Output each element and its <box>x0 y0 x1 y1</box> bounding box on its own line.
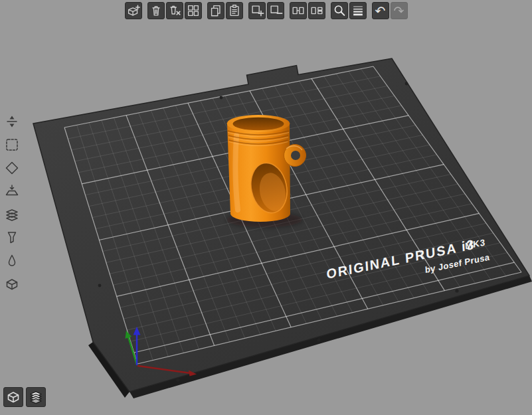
split-parts-button[interactable] <box>308 2 325 19</box>
paste-button[interactable] <box>226 2 243 19</box>
delete-icon <box>149 3 163 18</box>
search-button[interactable] <box>331 2 348 19</box>
rotate-button[interactable] <box>2 158 22 178</box>
delete-all-icon <box>167 3 182 18</box>
undo-button[interactable]: ↶ <box>372 2 389 19</box>
editor-3d-button[interactable] <box>3 387 23 407</box>
arrange-icon <box>186 3 201 18</box>
undo-icon: ↶ <box>375 5 386 17</box>
model-highlight <box>235 135 238 210</box>
delete-button[interactable] <box>147 2 165 19</box>
move-icon <box>4 114 20 129</box>
left-toolbar <box>2 112 22 294</box>
seam-icon <box>4 253 20 269</box>
view-cube-button[interactable] <box>2 274 22 294</box>
layer-height-icon <box>351 3 365 18</box>
remove-instance-button[interactable] <box>267 2 284 19</box>
delete-all-button[interactable] <box>166 2 183 19</box>
paste-icon <box>227 3 242 18</box>
supports-button[interactable] <box>2 228 22 248</box>
select-button[interactable] <box>2 135 22 155</box>
copy-icon <box>209 3 223 18</box>
slicer-3d-viewport[interactable]: ORIGINAL PRUSA i3 MK3 by Josef Prusa <box>0 0 532 415</box>
toolbar-group <box>290 2 325 19</box>
model-side-tab <box>284 145 306 167</box>
top-toolbar: ↶↷ <box>125 2 408 19</box>
rotate-icon <box>4 160 20 176</box>
preview-icon <box>28 389 44 405</box>
remove-instance-icon <box>268 3 283 18</box>
place-on-face-button[interactable] <box>2 181 22 201</box>
toolbar-group <box>207 2 243 19</box>
redo-button[interactable]: ↷ <box>391 2 408 19</box>
model-top-opening <box>233 118 284 131</box>
split-parts-icon <box>310 3 324 18</box>
seam-button[interactable] <box>2 251 22 271</box>
toolbar-group <box>331 2 367 19</box>
supports-icon <box>4 230 20 246</box>
toolbar-group <box>248 2 284 19</box>
add-instance-button[interactable] <box>248 2 266 19</box>
preview-button[interactable] <box>26 387 46 407</box>
cut-button[interactable] <box>2 205 22 224</box>
redo-icon: ↷ <box>394 5 404 17</box>
add-button[interactable] <box>125 2 142 19</box>
layer-height-button[interactable] <box>349 2 367 19</box>
view-mode-toggle <box>3 387 46 407</box>
toolbar-group <box>147 2 202 19</box>
split-objects-icon <box>291 3 306 18</box>
toolbar-group: ↶↷ <box>372 2 408 19</box>
print-bed: ORIGINAL PRUSA i3 MK3 by Josef Prusa <box>33 58 532 398</box>
search-icon <box>332 3 347 18</box>
move-button[interactable] <box>2 112 22 131</box>
editor-3d-icon <box>5 389 21 405</box>
cut-icon <box>4 207 20 222</box>
scene-3d: ORIGINAL PRUSA i3 MK3 by Josef Prusa <box>0 0 532 415</box>
add-instance-icon <box>250 3 264 18</box>
view-cube-icon <box>4 276 20 292</box>
toolbar-group <box>125 2 142 19</box>
split-objects-button[interactable] <box>290 2 307 19</box>
select-icon <box>4 137 20 153</box>
copy-button[interactable] <box>207 2 224 19</box>
add-icon <box>126 3 141 18</box>
arrange-button[interactable] <box>185 2 202 19</box>
place-on-face-icon <box>4 183 20 199</box>
